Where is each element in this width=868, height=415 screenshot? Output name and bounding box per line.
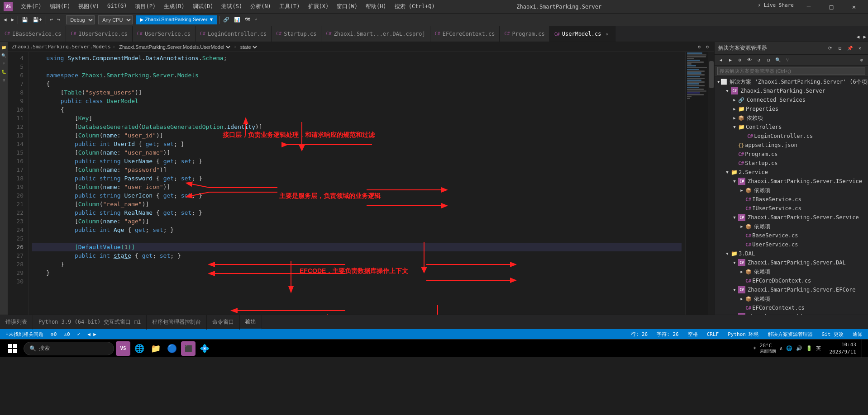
se-search-input[interactable] (717, 67, 865, 75)
tree-baseservice[interactable]: C# BaseService.cs (715, 231, 868, 240)
menu-debug[interactable]: 调试(D) (189, 2, 217, 11)
tree-idal-proj[interactable]: C# Zhaoxi.SmartParking.Server.IDAL (715, 312, 868, 315)
tree-userservice[interactable]: C# UserService.cs (715, 240, 868, 249)
se-close-btn[interactable]: ✕ (855, 44, 864, 53)
tree-iservice-dep[interactable]: 📦 依赖项 (715, 186, 868, 195)
se-pin-btn[interactable]: 📌 (845, 44, 854, 53)
status-spaces[interactable]: 空格 (686, 329, 700, 339)
tree-service-proj[interactable]: C# Zhaoxi.SmartParking.Server.Service (715, 213, 868, 222)
tab-ibaseservice[interactable]: C# IBaseService.cs (0, 26, 66, 42)
tree-service-folder[interactable]: 📁 2.Service (715, 168, 868, 177)
tray-up-arrow[interactable]: ∧ (780, 345, 783, 351)
menu-extensions[interactable]: 扩展(X) (305, 2, 333, 11)
tab-close-icon[interactable]: ✕ (603, 30, 610, 38)
toolbar-attach[interactable]: 🔗 (221, 15, 231, 25)
tree-ibaseservice[interactable]: C# IBaseService.cs (715, 195, 868, 204)
tree-service-dep[interactable]: 📦 依赖项 (715, 222, 868, 231)
activity-git[interactable]: ⑂ (0, 60, 8, 67)
se-tb-refresh[interactable]: ↺ (754, 56, 763, 65)
tab-dalcsproj[interactable]: C# Zhaoxi.Smart...er.DAL.csproj (321, 26, 430, 42)
menu-tools[interactable]: 工具(T) (276, 2, 304, 11)
close-button[interactable]: ✕ (844, 0, 864, 13)
tab-program[interactable]: C# Program.cs (500, 26, 549, 42)
taskbar-icon-chrome[interactable]: 🔵 (165, 341, 179, 356)
menu-search[interactable]: 搜索 (Ctrl+Q) (391, 2, 439, 11)
toolbar-saveall[interactable]: 💾+ (31, 15, 44, 25)
bottom-tab-pkgmanager[interactable]: 程序包管理器控制台 (147, 315, 207, 330)
status-validate[interactable]: ✓ (76, 329, 82, 339)
platform-dropdown[interactable]: Any CPU (98, 15, 133, 24)
tree-startup[interactable]: C# Startup.cs (715, 159, 868, 168)
tree-program[interactable]: C# Program.cs (715, 150, 868, 159)
tab-logincontroller[interactable]: C# LoginController.cs (196, 26, 272, 42)
menu-git[interactable]: Git(G) (104, 2, 130, 11)
toolbar-forward[interactable]: ▶ (10, 15, 16, 25)
status-git-branch[interactable]: ⑂ 未找到相关问题 (4, 329, 45, 339)
menu-view[interactable]: 视图(V) (75, 2, 103, 11)
breadcrumb-expand[interactable]: ⊕ (696, 42, 702, 52)
tab-scroll-right[interactable]: ▶ (861, 32, 868, 42)
status-language[interactable]: Python 环境 (726, 329, 760, 339)
code-content[interactable]: using System.ComponentModel.DataAnnotati… (29, 52, 685, 315)
taskbar-icon-purple[interactable]: ⬛ (181, 341, 196, 356)
tree-efcore-proj[interactable]: C# Zhaoxi.SmartParking.Server.EFCore (715, 285, 868, 294)
toolbar-back[interactable]: ◀ (2, 15, 9, 25)
tree-controllers[interactable]: 📁 Controllers (715, 123, 868, 132)
tree-appsettings[interactable]: {} appsettings.json (715, 141, 868, 150)
taskbar-icon-explorer[interactable]: 📁 (148, 341, 163, 356)
maximize-button[interactable]: □ (821, 0, 842, 13)
tree-dependencies-1[interactable]: 📦 依赖项 (715, 113, 868, 123)
se-tb-filter[interactable]: 🔍 (773, 56, 782, 65)
tree-iuserservice[interactable]: C# IUserService.cs (715, 204, 868, 213)
tree-efcorecontext[interactable]: C# EFCoreContext.cs (715, 303, 868, 312)
activity-explorer[interactable]: 📁 (0, 44, 8, 51)
taskbar-icon-blue[interactable]: 💠 (197, 341, 212, 356)
tab-usermodel[interactable]: C# UserModel.cs ✕ (550, 26, 616, 42)
se-tb-search-toggle[interactable]: ⊕ (857, 56, 866, 65)
se-tb-showall[interactable]: 👁 (745, 56, 754, 65)
activity-search[interactable]: 🔍 (0, 52, 8, 59)
toolbar-save[interactable]: 💾 (20, 15, 30, 25)
bottom-tab-cmd[interactable]: 命令窗口 (207, 315, 240, 330)
tree-iservice-proj[interactable]: C# Zhaoxi.SmartParking.Server.IService (715, 177, 868, 186)
status-warnings[interactable]: ⚠ 0 (62, 329, 72, 339)
activity-debug[interactable]: 🐛 (0, 68, 8, 75)
se-tb-collapse[interactable]: ⊟ (764, 56, 773, 65)
status-arrow[interactable]: ◀ ▶ (86, 329, 98, 339)
tab-iuserservice[interactable]: C# IUserService.cs (66, 26, 132, 42)
toolbar-perf[interactable]: 📊 (232, 15, 242, 25)
se-sync-btn[interactable]: ⟳ (825, 44, 835, 53)
toolbar-undo[interactable]: ↩ (48, 15, 55, 25)
editor-scrollbar[interactable] (708, 52, 714, 315)
toolbar-redo[interactable]: ↪ (56, 15, 62, 25)
tree-solution[interactable]: ⬜ 解决方案 'Zhaoxi.SmartParking.Server' (6个项… (715, 77, 868, 86)
tree-efcoredbcontext[interactable]: C# EFCoreDbContext.cs (715, 276, 868, 285)
status-errors[interactable]: ⊗ 0 (49, 329, 58, 339)
tree-connected-services[interactable]: 🔗 Connected Services (715, 95, 868, 104)
taskbar-icon-edge[interactable]: 🌐 (132, 341, 147, 356)
menu-test[interactable]: 测试(S) (218, 2, 246, 11)
show-desktop-btn[interactable] (862, 340, 864, 358)
menu-help[interactable]: 帮助(H) (362, 2, 390, 11)
taskbar-search[interactable]: 🔍 搜索 (24, 342, 114, 355)
live-share-button[interactable]: ⚡ Live Share (755, 0, 796, 10)
se-collapse-btn[interactable]: ⊟ (835, 44, 844, 53)
se-tb-forward[interactable]: ▶ (726, 56, 735, 65)
se-tb-props[interactable]: ⚙ (735, 56, 744, 65)
tab-startup[interactable]: C# Startup.cs (272, 26, 321, 42)
status-notifications[interactable]: 通知 (851, 329, 864, 339)
tab-userservice[interactable]: C# UserService.cs (133, 26, 196, 42)
bottom-tab-output[interactable]: 输出 (240, 315, 262, 330)
tray-lang[interactable]: 英 (816, 345, 821, 352)
start-button[interactable] (4, 340, 22, 358)
bottom-tab-errors[interactable]: 错误列表 (0, 315, 33, 330)
class-dropdown[interactable]: Zhaoxi.SmartParking.Server.Models.UserMo… (117, 44, 232, 50)
menu-build[interactable]: 生成(B) (160, 2, 188, 11)
debug-config-dropdown[interactable]: Debug (66, 15, 95, 24)
tree-project-main[interactable]: C# Zhaoxi.SmartParking.Server (715, 86, 868, 95)
menu-file[interactable]: 文件(F) (17, 2, 45, 11)
se-tb-git[interactable]: ⑂ (783, 56, 792, 65)
run-button[interactable]: ▶ Zhaoxi.SmartParking.Server ▼ (136, 15, 217, 24)
minimize-button[interactable]: ─ (798, 0, 819, 13)
tree-properties[interactable]: 📁 Properties (715, 104, 868, 113)
